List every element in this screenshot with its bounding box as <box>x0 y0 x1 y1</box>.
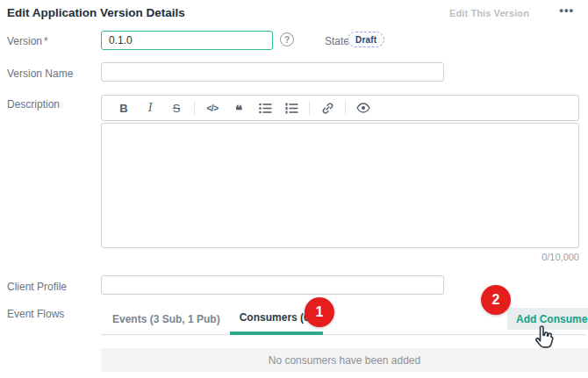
italic-icon[interactable]: I <box>137 98 163 118</box>
strikethrough-icon[interactable]: S <box>163 98 190 118</box>
edit-application-version-panel: Edit Application Version Details Edit Th… <box>0 0 588 378</box>
client-profile-input[interactable] <box>101 275 444 295</box>
version-name-label: Version Name <box>7 68 73 80</box>
edit-this-version-button[interactable]: Edit This Version <box>449 8 529 18</box>
required-asterisk: * <box>44 35 48 47</box>
code-icon[interactable]: </> <box>199 98 226 118</box>
event-flows-label: Event Flows <box>7 308 64 320</box>
version-label: Version* <box>7 35 48 47</box>
empty-consumers-message: No consumers have been added <box>101 348 588 372</box>
state-label: State <box>325 35 349 47</box>
bold-icon[interactable]: B <box>111 98 137 118</box>
version-input[interactable] <box>101 31 273 50</box>
toolbar-divider <box>309 101 310 115</box>
toolbar-divider <box>345 101 346 115</box>
hand-cursor-icon <box>531 324 556 353</box>
description-textarea[interactable] <box>101 123 579 248</box>
client-profile-label: Client Profile <box>7 281 67 293</box>
toolbar-divider <box>194 101 195 115</box>
richtext-toolbar: B I S </> ❝ <box>101 95 579 121</box>
char-counter: 0/10,000 <box>101 252 579 262</box>
numbered-list-icon[interactable] <box>278 98 305 118</box>
link-icon[interactable] <box>314 98 341 118</box>
tab-events[interactable]: Events (3 Sub, 1 Pub) <box>103 303 230 335</box>
help-icon[interactable]: ? <box>280 32 294 46</box>
page-title: Edit Application Version Details <box>7 6 185 19</box>
version-name-input[interactable] <box>101 62 444 82</box>
blockquote-icon[interactable]: ❝ <box>226 96 252 120</box>
status-badge: Draft <box>348 32 384 47</box>
annotation-badge-2: 2 <box>481 285 511 315</box>
bullet-list-icon[interactable] <box>252 98 278 118</box>
annotation-badge-1: 1 <box>305 297 334 327</box>
preview-eye-icon[interactable] <box>350 98 376 118</box>
more-options-icon[interactable]: ••• <box>559 4 574 17</box>
description-label: Description <box>7 98 60 111</box>
